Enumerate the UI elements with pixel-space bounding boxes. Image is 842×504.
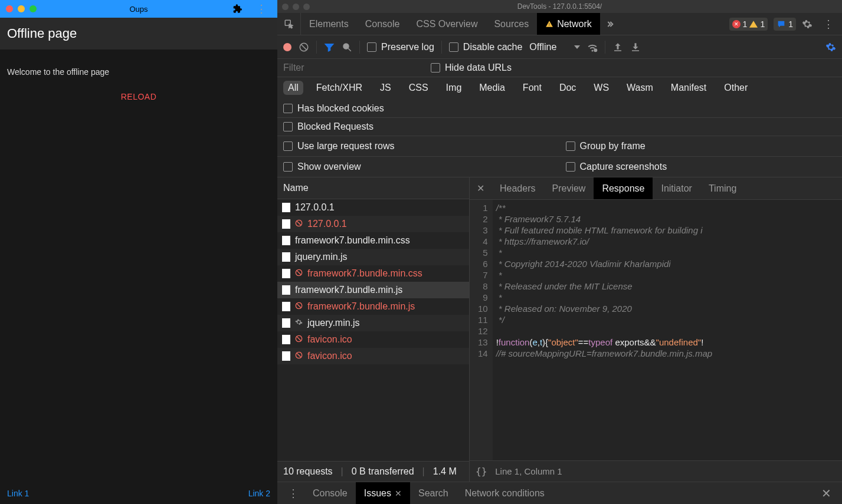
dt-close-button[interactable] bbox=[282, 4, 289, 10]
filter-chip-all[interactable]: All bbox=[283, 81, 303, 95]
filter-chip-media[interactable]: Media bbox=[474, 81, 510, 95]
file-icon bbox=[282, 285, 290, 295]
show-overview-checkbox[interactable]: Show overview bbox=[283, 162, 554, 172]
error-status-icon bbox=[295, 268, 303, 279]
error-status-icon bbox=[295, 219, 303, 229]
chat-icon bbox=[777, 19, 786, 29]
issues-badge[interactable]: 1 bbox=[774, 18, 796, 31]
filter-chip-img[interactable]: Img bbox=[441, 81, 467, 95]
request-row[interactable]: framework7.bundle.min.css bbox=[277, 265, 469, 282]
settings-icon[interactable] bbox=[802, 19, 812, 29]
minimize-window-button[interactable] bbox=[18, 5, 25, 12]
service-worker-icon bbox=[295, 318, 303, 328]
error-icon: ✕ bbox=[732, 20, 741, 28]
error-warning-badge[interactable]: ✕ 1 1 bbox=[729, 18, 768, 31]
record-button[interactable] bbox=[283, 43, 291, 51]
filter-chip-js[interactable]: JS bbox=[375, 81, 396, 95]
reload-button[interactable]: RELOAD bbox=[7, 92, 270, 101]
response-tab-timing[interactable]: Timing bbox=[700, 177, 745, 199]
close-window-button[interactable] bbox=[6, 5, 13, 12]
upload-har-button[interactable] bbox=[612, 42, 623, 52]
footer-link-2[interactable]: Link 2 bbox=[248, 489, 270, 498]
extensions-icon[interactable] bbox=[233, 4, 243, 14]
tab-sources[interactable]: Sources bbox=[486, 13, 537, 35]
svg-point-6 bbox=[594, 48, 598, 52]
filter-icon[interactable] bbox=[324, 42, 335, 52]
file-icon bbox=[282, 219, 290, 229]
dt-minimize-button[interactable] bbox=[293, 4, 299, 10]
request-row[interactable]: jquery.min.js bbox=[277, 249, 469, 265]
capture-screenshots-checkbox[interactable]: Capture screenshots bbox=[566, 162, 837, 172]
inspect-element-button[interactable] bbox=[277, 13, 301, 35]
svg-line-16 bbox=[297, 353, 301, 357]
tab-network[interactable]: ! Network bbox=[537, 13, 600, 35]
request-list-header[interactable]: Name bbox=[277, 177, 469, 199]
network-settings-icon[interactable] bbox=[825, 42, 836, 52]
throttling-select[interactable]: Offline bbox=[529, 42, 580, 52]
svg-line-5 bbox=[348, 48, 351, 51]
preserve-log-checkbox[interactable]: Preserve log bbox=[367, 42, 434, 52]
blocked-cookies-checkbox[interactable]: Has blocked cookies bbox=[283, 103, 384, 114]
request-summary: 10 requests | 0 B transferred | 1.4 M bbox=[277, 461, 469, 482]
response-tab-preview[interactable]: Preview bbox=[543, 177, 594, 199]
tab-css-overview[interactable]: CSS Overview bbox=[408, 13, 486, 35]
drawer-tab-console[interactable]: Console bbox=[304, 482, 356, 504]
request-row[interactable]: 127.0.0.1 bbox=[277, 199, 469, 216]
filter-chip-fetch[interactable]: Fetch/XHR bbox=[312, 81, 367, 95]
request-row[interactable]: favicon.ico bbox=[277, 331, 469, 348]
request-name: framework7.bundle.min.css bbox=[295, 235, 410, 246]
response-tab-headers[interactable]: Headers bbox=[492, 177, 543, 199]
tab-elements[interactable]: Elements bbox=[301, 13, 357, 35]
filter-input[interactable] bbox=[283, 62, 419, 73]
pretty-print-button[interactable]: {} bbox=[476, 466, 487, 477]
filter-chip-css[interactable]: CSS bbox=[404, 81, 433, 95]
maximize-window-button[interactable] bbox=[30, 5, 37, 12]
group-by-frame-checkbox[interactable]: Group by frame bbox=[566, 141, 837, 151]
clear-button[interactable] bbox=[299, 42, 309, 52]
devtools-titlebar: DevTools - 127.0.0.1:5504/ bbox=[277, 0, 842, 13]
drawer-tab-network-conditions[interactable]: Network conditions bbox=[457, 482, 553, 504]
request-row[interactable]: jquery.min.js bbox=[277, 315, 469, 331]
chevron-down-icon bbox=[574, 45, 580, 49]
large-rows-checkbox[interactable]: Use large request rows bbox=[283, 141, 554, 151]
blocked-requests-checkbox[interactable]: Blocked Requests bbox=[283, 121, 374, 132]
response-code[interactable]: 1234567891011121314 /** * Framework7 5.7… bbox=[470, 200, 842, 460]
devtools-title: DevTools - 127.0.0.1:5504/ bbox=[517, 2, 602, 11]
filter-chip-doc[interactable]: Doc bbox=[555, 81, 581, 95]
cursor-position: Line 1, Column 1 bbox=[495, 466, 562, 476]
tab-console[interactable]: Console bbox=[357, 13, 408, 35]
request-row[interactable]: 127.0.0.1 bbox=[277, 216, 469, 232]
close-issues-button[interactable]: ✕ bbox=[395, 489, 402, 498]
request-row[interactable]: framework7.bundle.min.js bbox=[277, 298, 469, 315]
search-icon[interactable] bbox=[342, 42, 352, 52]
error-status-icon bbox=[295, 301, 303, 312]
dt-maximize-button[interactable] bbox=[303, 4, 310, 10]
download-har-button[interactable] bbox=[630, 42, 641, 52]
filter-chip-manifest[interactable]: Manifest bbox=[666, 81, 711, 95]
close-response-button[interactable]: ✕ bbox=[470, 183, 492, 194]
devtools-menu-button[interactable]: ⋮ bbox=[818, 18, 838, 31]
response-tab-initiator[interactable]: Initiator bbox=[653, 177, 700, 199]
drawer-menu-button[interactable]: ⋮ bbox=[282, 487, 304, 500]
disable-cache-checkbox[interactable]: Disable cache bbox=[449, 42, 523, 52]
hide-data-urls-checkbox[interactable]: Hide data URLs bbox=[431, 62, 512, 73]
file-icon bbox=[282, 351, 290, 361]
request-row[interactable]: framework7.bundle.min.css bbox=[277, 232, 469, 249]
filter-chip-font[interactable]: Font bbox=[518, 81, 546, 95]
request-name: framework7.bundle.min.css bbox=[307, 268, 422, 279]
close-drawer-button[interactable]: ✕ bbox=[821, 486, 837, 500]
app-menu-button[interactable]: ⋮ bbox=[251, 2, 271, 15]
filter-chip-other[interactable]: Other bbox=[719, 81, 752, 95]
response-tab-response[interactable]: Response bbox=[594, 177, 653, 199]
error-status-icon bbox=[295, 334, 303, 345]
filter-chip-ws[interactable]: WS bbox=[589, 81, 614, 95]
network-config-icon[interactable] bbox=[587, 42, 598, 52]
drawer-tab-issues[interactable]: Issues ✕ bbox=[356, 482, 410, 504]
more-tabs-button[interactable] bbox=[600, 13, 619, 35]
request-row[interactable]: favicon.ico bbox=[277, 348, 469, 364]
request-name: framework7.bundle.min.js bbox=[307, 301, 415, 312]
drawer-tab-search[interactable]: Search bbox=[410, 482, 457, 504]
footer-link-1[interactable]: Link 1 bbox=[7, 489, 29, 498]
filter-chip-wasm[interactable]: Wasm bbox=[622, 81, 658, 95]
request-row[interactable]: framework7.bundle.min.js bbox=[277, 282, 469, 298]
